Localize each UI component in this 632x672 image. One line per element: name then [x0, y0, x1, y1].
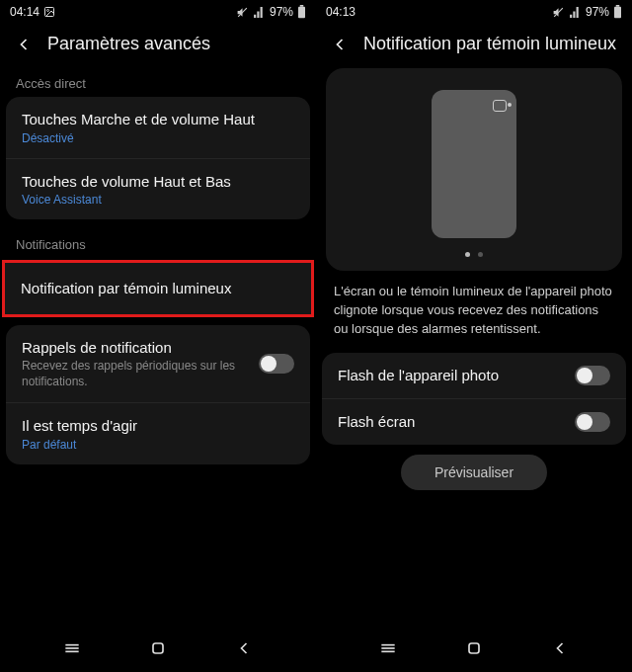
- svg-rect-4: [300, 5, 304, 7]
- toggle-camera-flash[interactable]: [575, 366, 610, 385]
- toggle-screen-flash[interactable]: [575, 412, 610, 432]
- row-camera-flash[interactable]: Flash de l'appareil photo: [322, 353, 626, 398]
- notifications-card: Rappels de notification Recevez des rapp…: [6, 325, 310, 464]
- section-notifications: Notifications: [0, 229, 316, 258]
- status-bar: 04:13 97%: [316, 0, 632, 24]
- row-volume-up-down[interactable]: Touches de volume Haut et Bas Voice Assi…: [6, 158, 310, 220]
- back-nav-icon[interactable]: [234, 638, 254, 662]
- battery-percent: 97%: [270, 5, 293, 19]
- back-icon[interactable]: [330, 35, 350, 54]
- preview-pane: [326, 68, 622, 271]
- nav-bar: [0, 629, 316, 672]
- back-nav-icon[interactable]: [550, 638, 570, 662]
- screen-advanced-settings: 04:14 97% Paramètres avancés Accès direc…: [0, 0, 316, 672]
- dot-2: [478, 252, 483, 257]
- mute-icon: [552, 6, 565, 19]
- svg-rect-8: [153, 643, 163, 653]
- page-header: Notification par témoin lumineux: [316, 24, 632, 68]
- status-time: 04:14: [10, 5, 40, 19]
- feature-description: L'écran ou le témoin lumineux de l'appar…: [316, 283, 632, 353]
- image-icon: [43, 6, 55, 18]
- toggle-notification-reminders[interactable]: [259, 354, 294, 374]
- mute-icon: [236, 6, 249, 19]
- battery-percent: 97%: [586, 5, 609, 19]
- recents-icon[interactable]: [378, 638, 398, 662]
- battery-icon: [613, 5, 622, 19]
- svg-rect-3: [298, 7, 305, 18]
- row-screen-flash[interactable]: Flash écran: [322, 398, 626, 445]
- signal-icon: [253, 6, 266, 19]
- page-indicator[interactable]: [465, 252, 483, 257]
- back-icon[interactable]: [14, 35, 34, 54]
- signal-icon: [569, 6, 582, 19]
- svg-rect-15: [469, 643, 479, 653]
- row-flash-notification-highlighted[interactable]: Notification par témoin lumineux: [2, 260, 314, 317]
- battery-icon: [297, 5, 306, 19]
- recents-icon[interactable]: [62, 638, 82, 662]
- dot-1: [465, 252, 470, 257]
- home-icon[interactable]: [464, 638, 484, 662]
- row-notification-reminders[interactable]: Rappels de notification Recevez des rapp…: [6, 325, 310, 403]
- svg-point-1: [47, 10, 49, 12]
- svg-rect-10: [614, 7, 621, 18]
- svg-rect-11: [616, 5, 620, 7]
- direct-access-card: Touches Marche et de volume Haut Désacti…: [6, 97, 310, 219]
- status-time: 04:13: [326, 5, 356, 19]
- nav-bar: [316, 629, 632, 672]
- screen-flash-notification: 04:13 97% Notification par témoin lumine…: [316, 0, 632, 672]
- page-header: Paramètres avancés: [0, 24, 316, 68]
- flash-options-card: Flash de l'appareil photo Flash écran: [322, 353, 626, 445]
- row-time-to-act[interactable]: Il est temps d'agir Par défaut: [6, 402, 310, 464]
- row-power-volume-up[interactable]: Touches Marche et de volume Haut Désacti…: [6, 97, 310, 158]
- home-icon[interactable]: [148, 638, 168, 662]
- status-bar: 04:14 97%: [0, 0, 316, 24]
- phone-illustration: [432, 90, 516, 238]
- preview-button[interactable]: Prévisualiser: [401, 455, 547, 490]
- page-title: Notification par témoin lumineux: [363, 34, 616, 54]
- section-direct-access: Accès direct: [0, 68, 316, 97]
- page-title: Paramètres avancés: [47, 34, 210, 54]
